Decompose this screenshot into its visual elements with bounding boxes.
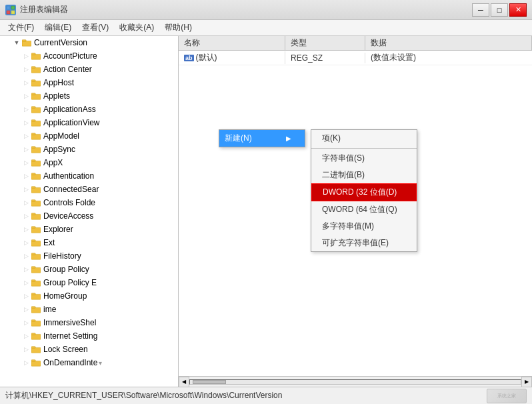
h-scroll-thumb[interactable]	[193, 380, 226, 384]
tree-item-controls-folde[interactable]: ▷ Controls Folde	[0, 196, 168, 209]
tree-label: ApplicationAss	[43, 105, 96, 114]
tree-item-authentication[interactable]: ▷ Authentication	[0, 169, 168, 183]
submenu-item-expandstring[interactable]: 可扩充字符串值(E)	[311, 235, 417, 251]
tree-item-connectedsear[interactable]: ▷ ConnectedSear	[0, 183, 168, 196]
svg-rect-48	[31, 334, 41, 339]
menu-help[interactable]: 帮助(H)	[159, 21, 197, 35]
tree-label: Explorer	[43, 225, 73, 234]
tree-item-homegroup[interactable]: ▷ HomeGroup	[0, 289, 168, 303]
tree-item-grouppolicy[interactable]: ▷ Group Policy	[0, 263, 168, 276]
svg-rect-33	[31, 227, 35, 229]
svg-rect-45	[31, 307, 35, 309]
cell-name: ab (默认)	[179, 51, 285, 64]
tree-label: ime	[43, 305, 56, 314]
scroll-right-arrow[interactable]: ▶	[521, 377, 532, 387]
tree-label: Action Center	[43, 65, 92, 74]
window-controls: ─ □ ✕	[472, 3, 527, 17]
svg-rect-17	[31, 120, 35, 122]
svg-rect-39	[31, 267, 35, 269]
tree-item-explorer[interactable]: ▷ Explorer	[0, 223, 168, 236]
submenu: 项(K) 字符串值(S) 二进制值(B) DWORD (32 位值(D) QWO…	[311, 129, 417, 252]
tree-item-appmodel[interactable]: ▷ AppModel	[0, 129, 168, 143]
tree-item-internetsetting[interactable]: ▷ Internet Setting	[0, 329, 168, 343]
expand-arrow: ▼	[12, 38, 21, 47]
tree-item-action-center[interactable]: ▷ Action Center	[0, 63, 168, 76]
tree-item-accountpicture[interactable]: ▷ AccountPicture	[0, 49, 168, 63]
minimize-button[interactable]: ─	[472, 3, 489, 17]
folder-icon	[31, 145, 41, 154]
tree-label: DeviceAccess	[43, 211, 93, 221]
tree-label: AppSync	[43, 145, 75, 154]
tree-item-filehistory[interactable]: ▷ FileHistory	[0, 249, 168, 263]
svg-rect-18	[31, 134, 41, 139]
tree-item-applicationass[interactable]: ▷ ApplicationAss	[0, 103, 168, 116]
leaf-arrow: ▷	[21, 185, 31, 194]
tree-label: Ext	[43, 238, 55, 247]
menu-view[interactable]: 查看(V)	[77, 21, 114, 35]
tree-label: FileHistory	[43, 251, 81, 261]
tree-label: Applets	[43, 91, 70, 101]
tree-item-appsync[interactable]: ▷ AppSync	[0, 143, 168, 156]
tree-item-ondemandinte[interactable]: ▷ OnDemandInte ▾	[0, 356, 168, 369]
menu-edit[interactable]: 编辑(E)	[39, 21, 77, 35]
submenu-item-key[interactable]: 项(K)	[311, 130, 417, 147]
tree-item-ext[interactable]: ▷ Ext	[0, 236, 168, 249]
folder-icon	[31, 118, 41, 127]
content-panel: 名称 类型 数据 ab (默认) REG_SZ (数值未设置) 新建(N) ▶ …	[179, 36, 532, 387]
tree-scroll[interactable]: ▼ CurrentVersion ▷	[0, 36, 168, 387]
leaf-arrow: ▷	[21, 278, 31, 287]
folder-icon	[31, 211, 41, 221]
tree-item-currentversion[interactable]: ▼ CurrentVersion	[0, 36, 168, 49]
svg-rect-21	[31, 147, 35, 149]
tree-item-ime[interactable]: ▷ ime	[0, 303, 168, 316]
svg-rect-5	[22, 40, 26, 42]
svg-rect-19	[31, 133, 35, 135]
leaf-arrow: ▷	[21, 225, 31, 234]
submenu-item-binary[interactable]: 二进制值(B)	[311, 167, 417, 183]
tree-item-deviceaccess[interactable]: ▷ DeviceAccess	[0, 209, 168, 223]
submenu-item-dword[interactable]: DWORD (32 位值(D)	[311, 183, 417, 201]
svg-rect-15	[31, 107, 35, 109]
tree-label: AppX	[43, 158, 63, 167]
svg-rect-30	[31, 214, 41, 219]
col-header-data: 数据	[365, 36, 532, 50]
scroll-left-arrow[interactable]: ◀	[179, 377, 189, 387]
menu-favorites[interactable]: 收藏夹(A)	[114, 21, 159, 35]
tree-label: Internet Setting	[43, 331, 97, 341]
tree-item-apphost[interactable]: ▷ AppHost	[0, 76, 168, 89]
leaf-arrow: ▷	[21, 331, 31, 341]
svg-rect-37	[31, 253, 35, 255]
menu-bar: 文件(F) 编辑(E) 查看(V) 收藏夹(A) 帮助(H)	[0, 20, 532, 36]
tree-item-immersiveshel[interactable]: ▷ ImmersiveShel	[0, 316, 168, 329]
menu-file[interactable]: 文件(F)	[3, 21, 39, 35]
folder-icon	[31, 51, 41, 61]
status-path: 计算机\HKEY_CURRENT_USER\Software\Microsoft…	[5, 390, 487, 401]
folder-icon	[31, 238, 41, 247]
svg-rect-11	[31, 80, 35, 82]
tree-item-applets[interactable]: ▷ Applets	[0, 89, 168, 103]
submenu-item-multistring[interactable]: 多字符串值(M)	[311, 218, 417, 235]
svg-rect-7	[31, 53, 35, 55]
status-bar: 计算机\HKEY_CURRENT_USER\Software\Microsoft…	[0, 387, 532, 404]
svg-rect-27	[31, 187, 35, 189]
tree-item-appx[interactable]: ▷ AppX	[0, 156, 168, 169]
title-bar: 注册表编辑器 ─ □ ✕	[0, 0, 532, 20]
tree-item-applicationview[interactable]: ▷ ApplicationView	[0, 116, 168, 129]
tree-item-lockscreen[interactable]: ▷ Lock Screen	[0, 343, 168, 356]
folder-icon	[31, 158, 41, 167]
submenu-item-qword[interactable]: QWORD (64 位值(Q)	[311, 201, 417, 218]
svg-rect-25	[31, 173, 35, 175]
svg-rect-13	[31, 93, 35, 95]
maximize-button[interactable]: □	[491, 3, 508, 17]
svg-rect-6	[31, 54, 41, 59]
svg-rect-32	[31, 227, 41, 233]
submenu-separator	[311, 148, 417, 149]
submenu-item-string[interactable]: 字符串值(S)	[311, 150, 417, 167]
svg-rect-29	[31, 200, 35, 202]
leaf-arrow: ▷	[21, 131, 31, 141]
table-row[interactable]: ab (默认) REG_SZ (数值未设置)	[179, 51, 532, 65]
close-button[interactable]: ✕	[509, 3, 527, 17]
leaf-arrow: ▷	[21, 345, 31, 354]
ctx-item-new[interactable]: 新建(N) ▶	[219, 130, 305, 147]
tree-item-grouppolicye[interactable]: ▷ Group Policy E	[0, 276, 168, 289]
